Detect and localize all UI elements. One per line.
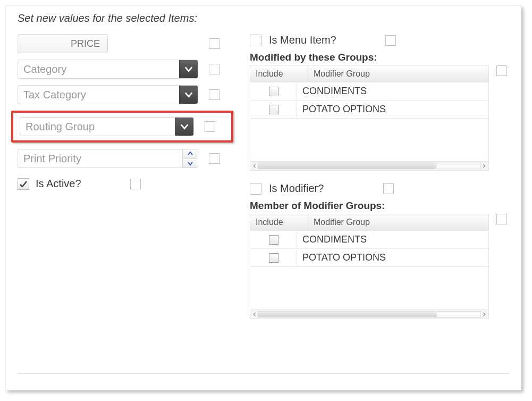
price-input[interactable] [18, 34, 108, 53]
is-modifier-apply-checkbox[interactable] [383, 183, 394, 194]
scroll-left-icon[interactable] [251, 311, 258, 318]
routing-group-dropdown-text: Routing Group [20, 118, 175, 136]
is-modifier-checkbox[interactable] [250, 183, 261, 195]
modifier-group-cell[interactable]: CONDIMENTS [297, 82, 488, 100]
edit-items-panel: Set new values for the selected Items: C… [5, 5, 521, 390]
panel-heading: Set new values for the selected Items: [18, 12, 509, 24]
table-row: POTATO OPTIONS [250, 249, 488, 267]
separator [18, 373, 509, 374]
member-of-title: Member of Modifier Groups: [250, 200, 509, 212]
routing-group-dropdown[interactable]: Routing Group [20, 117, 194, 136]
scroll-left-icon[interactable] [251, 163, 258, 169]
spinner-down-icon[interactable] [183, 159, 198, 168]
scroll-right-icon[interactable] [481, 311, 487, 318]
modifier-group-cell[interactable]: CONDIMENTS [297, 231, 488, 248]
category-apply-checkbox[interactable] [209, 64, 219, 74]
is-modifier-label: Is Modifier? [269, 182, 324, 195]
print-priority-spinner[interactable]: Print Priority [18, 149, 198, 168]
tax-category-dropdown[interactable]: Tax Category [18, 85, 198, 104]
horizontal-scrollbar[interactable] [250, 310, 488, 319]
modifier-group-cell[interactable]: POTATO OPTIONS [297, 249, 488, 266]
print-priority-text: Print Priority [18, 149, 182, 168]
member-of-table: Include Modifier Group CONDIMENTS POTATO… [250, 214, 489, 319]
left-column: Category Tax Category [18, 34, 233, 331]
routing-group-highlight: Routing Group [11, 111, 233, 143]
price-apply-checkbox[interactable] [209, 38, 219, 49]
column-header-modifier-group[interactable]: Modifier Group [308, 66, 488, 82]
include-checkbox[interactable] [269, 235, 278, 245]
modified-by-apply-checkbox[interactable] [496, 65, 507, 76]
column-header-include[interactable]: Include [250, 214, 308, 230]
is-menu-item-checkbox[interactable] [250, 35, 261, 46]
print-priority-apply-checkbox[interactable] [209, 153, 219, 164]
table-row: POTATO OPTIONS [250, 101, 488, 119]
scroll-thumb[interactable] [258, 312, 436, 317]
is-active-checkbox[interactable] [18, 178, 29, 190]
is-menu-item-label: Is Menu Item? [269, 34, 336, 46]
modified-by-table: Include Modifier Group CONDIMENTS POTATO… [250, 65, 489, 171]
scroll-thumb[interactable] [258, 163, 436, 169]
include-checkbox[interactable] [269, 253, 278, 263]
chevron-down-icon[interactable] [175, 118, 193, 136]
chevron-down-icon[interactable] [179, 86, 198, 104]
is-menu-item-apply-checkbox[interactable] [385, 35, 396, 46]
tax-category-apply-checkbox[interactable] [209, 89, 219, 100]
category-dropdown-text: Category [18, 60, 179, 78]
table-row: CONDIMENTS [250, 82, 488, 101]
include-checkbox[interactable] [269, 105, 278, 114]
column-header-include[interactable]: Include [250, 66, 308, 82]
chevron-down-icon[interactable] [179, 60, 198, 78]
scroll-right-icon[interactable] [481, 163, 487, 169]
column-header-modifier-group[interactable]: Modifier Group [308, 214, 488, 230]
horizontal-scrollbar[interactable] [250, 161, 488, 170]
tax-category-dropdown-text: Tax Category [18, 86, 179, 104]
modified-by-body[interactable]: CONDIMENTS POTATO OPTIONS [250, 82, 488, 161]
modifier-group-cell[interactable]: POTATO OPTIONS [297, 101, 488, 118]
member-of-apply-checkbox[interactable] [496, 214, 507, 224]
include-checkbox[interactable] [269, 87, 278, 96]
spinner-up-icon[interactable] [183, 149, 198, 159]
is-active-label: Is Active? [36, 178, 81, 190]
table-row: CONDIMENTS [250, 231, 488, 249]
modified-by-title: Modified by these Groups: [250, 52, 509, 63]
is-active-apply-checkbox[interactable] [130, 179, 141, 189]
routing-group-apply-checkbox[interactable] [205, 121, 215, 132]
right-column: Is Menu Item? Modified by these Groups: … [250, 34, 509, 331]
category-dropdown[interactable]: Category [18, 60, 198, 79]
member-of-body[interactable]: CONDIMENTS POTATO OPTIONS [250, 231, 488, 310]
